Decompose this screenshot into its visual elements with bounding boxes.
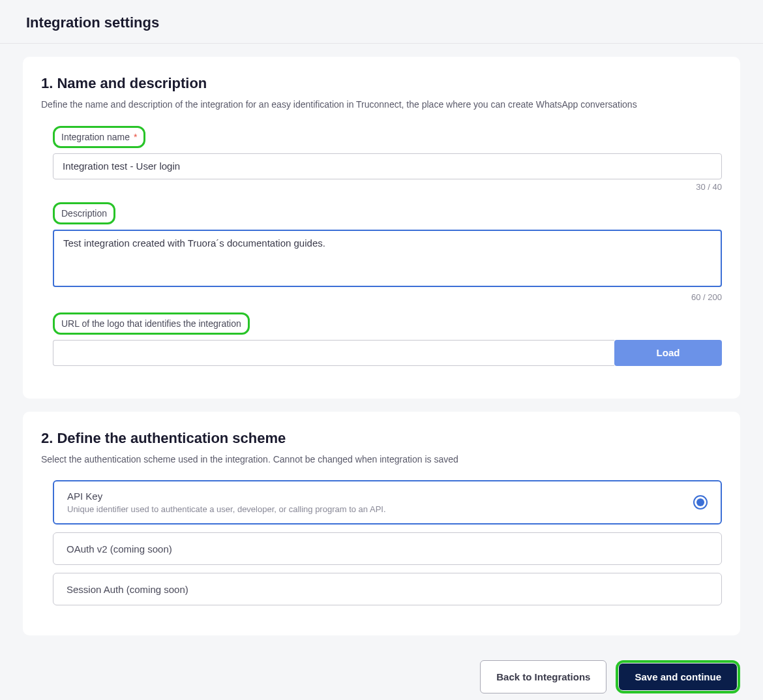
logo-url-label: URL of the logo that identifies the inte… [53,312,250,335]
description-input[interactable] [53,230,722,287]
description-field: Description 60 / 200 [53,202,722,302]
auth-option-session[interactable]: Session Auth (coming soon) [53,573,722,605]
footer-actions: Back to Integrations Save and continue [0,648,763,700]
integration-name-counter: 30 / 40 [53,182,722,192]
name-description-card: 1. Name and description Define the name … [23,57,740,399]
page-title: Integration settings [26,14,737,31]
integration-name-input[interactable] [53,153,722,179]
auth-option-desc: Unique identifier used to authenticate a… [67,504,386,514]
section-2-desc: Select the authentication scheme used in… [41,453,722,466]
section-1-title: 1. Name and description [41,75,722,92]
load-button[interactable]: Load [614,340,722,366]
integration-name-label: Integration name * [53,126,145,148]
auth-option-oauth[interactable]: OAuth v2 (coming soon) [53,532,722,565]
auth-scheme-card: 2. Define the authentication scheme Sele… [23,412,740,636]
divider [0,43,763,44]
description-counter: 60 / 200 [53,292,722,302]
auth-option-api-key[interactable]: API Key Unique identifier used to authen… [53,480,722,525]
save-continue-button[interactable]: Save and continue [619,663,737,690]
back-button[interactable]: Back to Integrations [480,660,606,693]
radio-selected-icon [693,495,708,510]
logo-url-input[interactable] [53,340,614,366]
logo-url-field: URL of the logo that identifies the inte… [53,312,722,366]
auth-option-name: OAuth v2 (coming soon) [67,543,172,555]
integration-name-field: Integration name * 30 / 40 [53,126,722,192]
auth-option-name: API Key [67,491,386,502]
description-label: Description [53,202,115,224]
required-mark: * [131,132,137,142]
auth-option-name: Session Auth (coming soon) [67,584,188,595]
section-1-desc: Define the name and description of the i… [41,99,722,112]
save-highlight: Save and continue [616,660,740,693]
section-2-title: 2. Define the authentication scheme [41,430,722,447]
